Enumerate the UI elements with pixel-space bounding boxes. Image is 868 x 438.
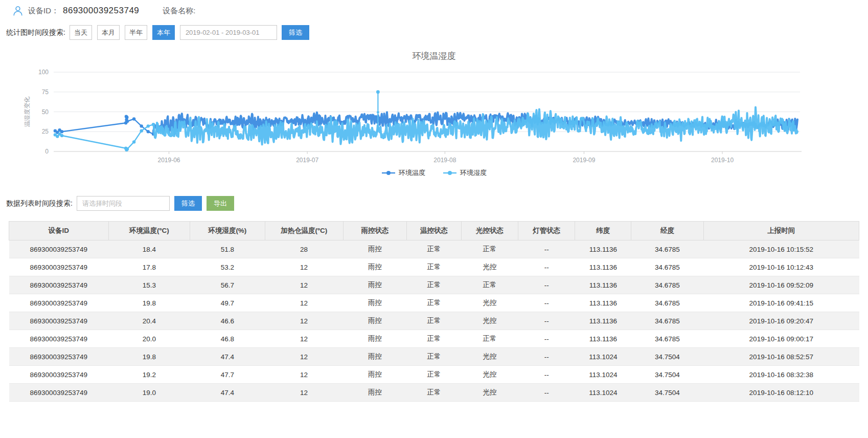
table-cell: 12 [265,366,343,384]
table-cell: -- [518,330,575,348]
column-header: 雨控状态 [343,222,407,240]
table-cell: 113.1024 [575,366,631,384]
table-cell: 46.6 [190,312,265,330]
table-cell: 正常 [407,330,461,348]
table-cell: 12 [265,294,343,312]
table-cell: 869300039253749 [9,258,109,276]
table-row: 86930003925374919.849.712雨控正常光控--113.113… [9,294,859,312]
chart-filter-row: 统计图时间段搜索: 当天 本月 半年 本年 筛选 [6,25,868,40]
table-cell: 46.8 [190,330,265,348]
range-button-month[interactable]: 本月 [97,25,120,40]
table-cell: 雨控 [343,384,407,402]
table-cell: 34.6785 [631,294,703,312]
y-tick-label: 100 [38,69,49,76]
table-cell: 34.6785 [631,240,703,258]
chart-section: 环境温湿度 0255075100温湿度变化2019-062019-072019-… [0,50,868,178]
export-button[interactable]: 导出 [207,196,234,211]
table-cell: 49.7 [190,294,265,312]
legend-item-环境温度[interactable]: 环境温度 [381,168,425,178]
table-cell: 雨控 [343,276,407,294]
data-table-section: 设备ID环境温度(ºC)环境湿度(%)加热仓温度(ºC)雨控状态温控状态光控状态… [9,221,859,402]
chart-filter-button[interactable]: 筛选 [282,25,309,40]
range-button-today[interactable]: 当天 [70,25,92,40]
table-cell: 34.6785 [631,258,703,276]
column-header: 光控状态 [461,222,518,240]
table-cell: 12 [265,330,343,348]
y-axis-label: 温湿度变化 [24,97,31,127]
table-cell: 113.1024 [575,384,631,402]
table-cell: 2019-10-16 08:52:57 [703,348,859,366]
legend-marker-icon [443,170,457,176]
table-cell: 雨控 [343,366,407,384]
y-tick-label: 0 [45,148,49,155]
column-header: 环境温度(ºC) [108,222,190,240]
user-icon [12,5,24,16]
table-cell: 34.6785 [631,330,703,348]
table-cell: 正常 [407,294,461,312]
table-cell: 2019-10-16 10:15:52 [703,240,859,258]
table-filter-button[interactable]: 筛选 [174,196,202,211]
table-cell: 113.1136 [575,330,631,348]
table-cell: 正常 [407,384,461,402]
chart-legend: 环境温度环境湿度 [0,168,868,178]
column-header: 灯管状态 [518,222,575,240]
table-cell: 正常 [407,258,461,276]
table-cell: 2019-10-16 09:00:17 [703,330,859,348]
table-cell: 雨控 [343,294,407,312]
table-cell: 113.1024 [575,348,631,366]
table-cell: -- [518,348,575,366]
table-cell: 113.1136 [575,240,631,258]
table-row: 86930003925374915.356.712雨控正常正常--113.113… [9,276,859,294]
table-cell: 正常 [407,276,461,294]
table-cell: 光控 [461,294,518,312]
table-cell: 正常 [461,330,518,348]
table-cell: 20.4 [108,312,190,330]
table-row: 86930003925374917.853.212雨控正常光控--113.113… [9,258,859,276]
table-cell: -- [518,366,575,384]
table-cell: -- [518,258,575,276]
table-cell: 2019-10-16 09:20:47 [703,312,859,330]
table-cell: 113.1136 [575,276,631,294]
date-range-input[interactable] [180,25,277,40]
table-cell: 113.1136 [575,312,631,330]
table-cell: 15.3 [108,276,190,294]
range-button-year[interactable]: 本年 [152,25,175,40]
table-cell: 雨控 [343,312,407,330]
range-button-halfyear[interactable]: 半年 [125,25,147,40]
table-cell: 正常 [461,240,518,258]
legend-label: 环境温度 [399,168,425,178]
table-cell: -- [518,294,575,312]
table-cell: 12 [265,312,343,330]
table-cell: -- [518,240,575,258]
table-cell: 雨控 [343,258,407,276]
y-tick-label: 50 [42,108,49,116]
table-cell: 18.4 [108,240,190,258]
table-cell: 雨控 [343,330,407,348]
chart-filter-label: 统计图时间段搜索: [6,28,65,37]
table-row: 86930003925374920.046.812雨控正常正常--113.113… [9,330,859,348]
table-cell: -- [518,276,575,294]
table-cell: -- [518,312,575,330]
legend-label: 环境湿度 [460,168,487,178]
table-cell: 869300039253749 [9,384,109,402]
table-cell: 113.1136 [575,258,631,276]
table-cell: 34.7504 [631,384,703,402]
table-cell: 2019-10-16 08:12:10 [703,384,859,402]
column-header: 加热仓温度(ºC) [265,222,343,240]
data-table: 设备ID环境温度(ºC)环境湿度(%)加热仓温度(ºC)雨控状态温控状态光控状态… [9,221,859,402]
table-cell: 113.1136 [575,294,631,312]
table-header-row: 设备ID环境温度(ºC)环境湿度(%)加热仓温度(ºC)雨控状态温控状态光控状态… [9,222,859,240]
table-cell: 56.7 [190,276,265,294]
table-cell: 869300039253749 [9,294,109,312]
table-cell: 47.7 [190,366,265,384]
table-cell: 光控 [461,366,518,384]
column-header: 温控状态 [407,222,461,240]
table-cell: 正常 [407,348,461,366]
table-cell: 34.7504 [631,366,703,384]
table-cell: 2019-10-16 10:12:43 [703,258,859,276]
x-tick-label: 2019-07 [296,157,318,164]
table-cell: 光控 [461,258,518,276]
legend-item-环境湿度[interactable]: 环境湿度 [443,168,487,178]
table-cell: 12 [265,348,343,366]
table-date-input[interactable] [77,196,170,211]
